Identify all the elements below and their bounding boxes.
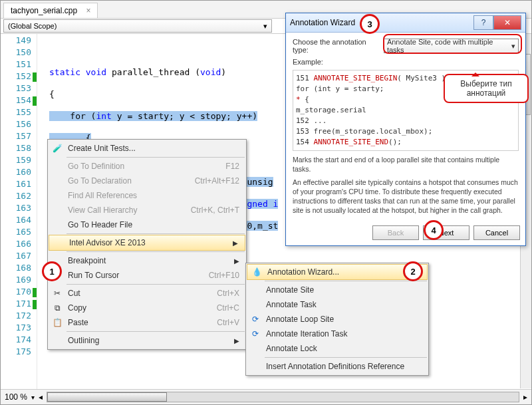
choose-label: Choose the annotation type: <box>293 38 381 54</box>
status-bar: 100 % ▾ ◂ ▸ <box>1 389 531 404</box>
close-button[interactable]: ✕ <box>493 15 521 30</box>
line-gutter: 1491501511521531541551561571581591601611… <box>1 34 37 393</box>
menu-breakpoint[interactable]: Breakpoint▶ <box>48 253 246 268</box>
callout-marker-1: 1 <box>42 261 62 281</box>
paste-icon: 📋 <box>52 317 63 328</box>
scope-dropdown[interactable]: (Global Scope) ▾ <box>3 19 272 33</box>
scrollbar-thumb[interactable] <box>47 392 167 402</box>
arrow-right-icon: ▶ <box>234 257 239 265</box>
horizontal-scrollbar[interactable] <box>47 392 519 402</box>
menu-create-unit-tests[interactable]: 🧪Create Unit Tests... <box>48 141 246 156</box>
scope-label: (Global Scope) <box>8 22 57 30</box>
callout-marker-4: 4 <box>424 220 444 240</box>
callout-marker-2: 2 <box>403 261 423 281</box>
file-tab[interactable]: tachyon_serial.cpp × <box>3 3 98 18</box>
menu-goto-definition[interactable]: Go To DefinitionF12 <box>48 159 246 174</box>
help-button[interactable]: ? <box>473 15 493 30</box>
wizard-description-1: Marks the start and end of a loop parall… <box>293 155 519 174</box>
menu-cut[interactable]: ✂CutCtrl+X <box>48 286 246 301</box>
cancel-button[interactable]: Cancel <box>473 225 520 240</box>
submenu-annotate-task[interactable]: Annotate Task <box>246 297 428 312</box>
submenu-annotation-wizard[interactable]: 💧Annotation Wizard... <box>247 264 428 280</box>
menu-run-to-cursor[interactable]: ▶Run To CursorCtrl+F10 <box>48 268 246 283</box>
file-tab-label: tachyon_serial.cpp <box>11 6 77 15</box>
wizard-titlebar[interactable]: Annotation Wizard ? ✕ <box>286 13 525 33</box>
menu-intel-advisor[interactable]: Intel Advisor XE 2013▶ <box>49 235 245 251</box>
submenu-insert-annotation-defs[interactable]: Insert Annotation Definitions Reference <box>246 359 428 374</box>
wizard-description-2: An effective parallel site typically con… <box>293 178 519 215</box>
zoom-level: 100 % <box>5 392 27 402</box>
loop-icon: ⟳ <box>250 314 261 325</box>
context-menu: 🧪Create Unit Tests... Go To DefinitionF1… <box>47 139 247 350</box>
loop-icon: ⟳ <box>250 329 261 339</box>
example-label: Example: <box>293 58 519 66</box>
menu-paste[interactable]: 📋PasteCtrl+V <box>48 315 246 330</box>
submenu-annotate-loop-site[interactable]: ⟳Annotate Loop Site <box>246 312 428 327</box>
flask-icon: 🧪 <box>52 143 63 154</box>
arrow-right-icon: ▶ <box>234 337 239 344</box>
scroll-left-icon[interactable]: ◂ <box>39 392 43 402</box>
callout-marker-3: 3 <box>360 14 380 34</box>
intel-advisor-submenu: 💧Annotation Wizard... Annotate Site Anno… <box>245 263 429 376</box>
wizard-title: Annotation Wizard <box>290 18 355 27</box>
submenu-annotate-iteration-task[interactable]: ⟳Annotate Iteration Task <box>246 327 428 341</box>
submenu-annotate-lock[interactable]: Annotate Lock <box>246 341 428 356</box>
callout-highlight-dropdown <box>383 34 522 54</box>
cut-icon: ✂ <box>52 288 63 299</box>
arrow-right-icon: ▶ <box>233 239 238 247</box>
menu-view-call-hierarchy[interactable]: View Call HierarchyCtrl+K, Ctrl+T <box>48 203 246 217</box>
back-button[interactable]: Back <box>372 225 419 240</box>
submenu-annotate-site[interactable]: Annotate Site <box>246 283 428 297</box>
callout-bubble: Выберите тип аннотаций <box>444 74 529 103</box>
menu-find-references[interactable]: Find All References <box>48 188 246 203</box>
chevron-down-icon: ▾ <box>263 22 267 31</box>
scroll-right-icon[interactable]: ▸ <box>523 392 527 402</box>
menu-outlining[interactable]: Outlining▶ <box>48 333 246 348</box>
copy-icon: ⧉ <box>52 303 63 313</box>
chevron-down-icon[interactable]: ▾ <box>31 394 35 401</box>
droplet-icon: 💧 <box>251 267 262 277</box>
close-tab-icon[interactable]: × <box>86 6 90 15</box>
menu-goto-declaration[interactable]: Go To DeclarationCtrl+Alt+F12 <box>48 174 246 188</box>
menu-goto-header[interactable]: Go To Header File <box>48 217 246 232</box>
menu-copy[interactable]: ⧉CopyCtrl+C <box>48 301 246 315</box>
